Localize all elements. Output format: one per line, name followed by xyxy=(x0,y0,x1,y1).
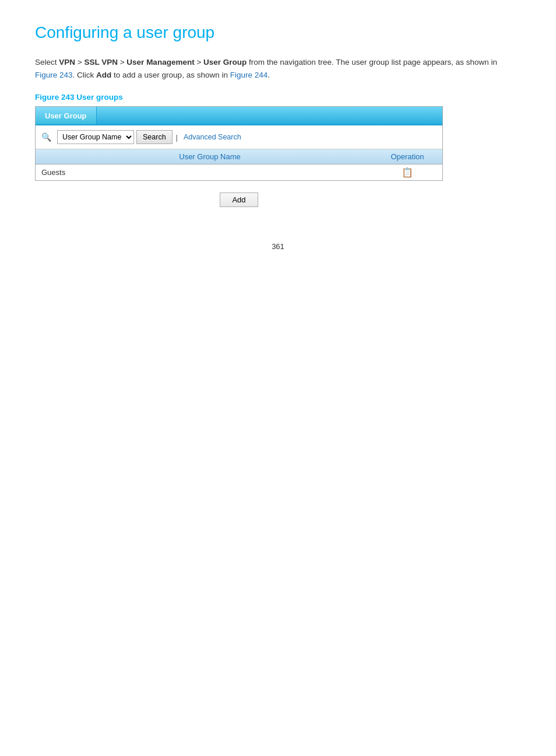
figure-243-link[interactable]: Figure 243 xyxy=(35,71,73,79)
intro-paragraph: Select VPN > SSL VPN > User Management >… xyxy=(35,56,521,81)
table-cell-operation: 📋 xyxy=(378,167,437,178)
table-header-name: User Group Name xyxy=(41,152,378,161)
search-button[interactable]: Search xyxy=(136,130,173,144)
figure-label: Figure 243 User groups xyxy=(35,93,521,102)
page-title: Configuring a user group xyxy=(35,23,521,42)
table-row: Guests 📋 xyxy=(36,164,442,180)
table-header: User Group Name Operation xyxy=(36,149,442,164)
intro-text-end: to add a user group, as shown in xyxy=(111,71,230,79)
intro-ssl-vpn: SSL VPN xyxy=(84,58,118,66)
page-number: 361 xyxy=(35,242,521,251)
add-button[interactable]: Add xyxy=(220,192,258,207)
intro-add-bold: Add xyxy=(96,71,111,79)
figure-244-link[interactable]: Figure 244 xyxy=(230,71,268,79)
operation-icon[interactable]: 📋 xyxy=(402,167,413,177)
panel-tab-bar: User Group xyxy=(36,107,442,125)
intro-text-after: from the navigation tree. The user group… xyxy=(247,58,497,66)
intro-arrow2: > xyxy=(118,58,126,66)
separator: | xyxy=(176,133,178,142)
user-group-tab-label: User Group xyxy=(45,111,87,120)
intro-vpn: VPN xyxy=(59,58,75,66)
intro-user-management: User Management xyxy=(126,58,194,66)
add-button-container: Add xyxy=(35,192,443,207)
table-cell-name: Guests xyxy=(41,168,378,177)
search-bar: 🔍 User Group Name Search | Advanced Sear… xyxy=(36,125,442,149)
intro-text-select: Select xyxy=(35,58,59,66)
search-dropdown[interactable]: User Group Name xyxy=(57,130,134,144)
intro-arrow1: > xyxy=(75,58,84,66)
user-group-tab[interactable]: User Group xyxy=(36,107,97,124)
advanced-search-link[interactable]: Advanced Search xyxy=(184,133,241,141)
intro-period: . xyxy=(268,71,270,79)
panel-container: User Group 🔍 User Group Name Search | Ad… xyxy=(35,106,443,181)
intro-text-middle: . Click xyxy=(73,71,97,79)
intro-arrow3: > xyxy=(195,58,203,66)
table-header-operation: Operation xyxy=(378,152,437,161)
search-icon: 🔍 xyxy=(41,132,51,142)
intro-user-group: User Group xyxy=(203,58,247,66)
